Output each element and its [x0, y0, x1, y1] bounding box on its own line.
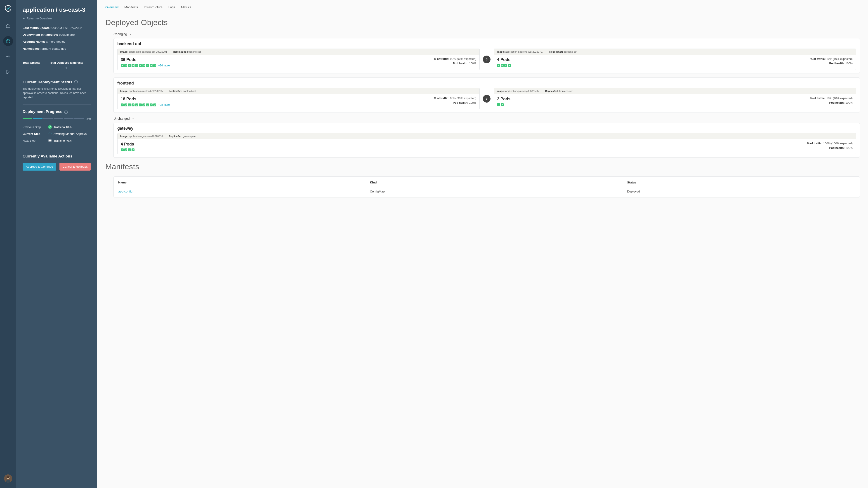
- pending-icon: [48, 139, 52, 142]
- table-row: app-config ConfigMap Deployed: [114, 187, 860, 196]
- app-logo-icon: [4, 4, 12, 13]
- tab-manifests[interactable]: Manifests: [124, 5, 138, 9]
- pod-box-new: Image: application-gateway-20220707 Repl…: [494, 88, 856, 109]
- info-icon[interactable]: i: [64, 110, 68, 113]
- svg-point-9: [49, 134, 49, 134]
- unchanged-group-toggle[interactable]: Unchanged: [105, 117, 860, 121]
- step-previous: Previous Step Traffic to 10%: [23, 124, 91, 130]
- pod-check-icon: [131, 64, 134, 67]
- status-title: Current Deployment Status i: [23, 80, 91, 85]
- pod-check-icon: [124, 64, 127, 67]
- tab-bar: Overview Manifests Infrastructure Logs M…: [97, 0, 868, 12]
- progress-bar: (2/6): [23, 117, 91, 120]
- pod-check-icon: [131, 149, 134, 151]
- more-pods-link[interactable]: +28 more: [158, 103, 170, 106]
- svg-point-3: [50, 132, 51, 133]
- svg-point-4: [51, 133, 51, 133]
- pod-check-icon: [153, 103, 156, 106]
- svg-point-7: [50, 135, 50, 135]
- nav-deployments-icon[interactable]: [3, 36, 13, 46]
- pod-check-icon: [143, 64, 145, 67]
- object-card-backend: backend-api Image: application-backend-a…: [114, 38, 860, 73]
- approve-button[interactable]: Approve & Continue: [23, 163, 56, 170]
- pod-check-icon: [128, 103, 131, 106]
- changing-group-toggle[interactable]: Changing: [105, 32, 860, 36]
- tab-overview[interactable]: Overview: [105, 5, 119, 9]
- pod-box-new: Image: application-backend-api-20220707 …: [494, 48, 856, 70]
- chevron-down-icon: [129, 33, 132, 35]
- pod-check-icon: [121, 64, 124, 67]
- pod-check-icon: [153, 64, 156, 67]
- tab-metrics[interactable]: Metrics: [181, 5, 191, 9]
- pod-check-icon: [121, 149, 124, 151]
- cancel-button[interactable]: Cancel & Rollback: [59, 163, 91, 170]
- pod-check-icon: [497, 103, 500, 106]
- pod-box-old: Image: application-frontend-20220705 Rep…: [117, 88, 480, 109]
- pod-check-icon: [128, 64, 131, 67]
- svg-point-8: [49, 135, 49, 135]
- pod-check-icon: [139, 103, 142, 106]
- pod-check-icon: [143, 103, 145, 106]
- pod-check-icon: [146, 64, 149, 67]
- pod-box: Image: application-gateway-20220518 Repl…: [117, 133, 856, 154]
- user-avatar[interactable]: [4, 475, 12, 483]
- deployed-objects-heading: Deployed Objects: [105, 18, 860, 27]
- pod-check-icon: [501, 64, 504, 67]
- step-next: Next Step Traffic to 40%: [23, 137, 91, 144]
- pod-check-icon: [128, 149, 131, 151]
- pod-check-icon: [508, 64, 511, 67]
- info-icon[interactable]: i: [74, 80, 78, 84]
- pod-check-icon: [121, 103, 124, 106]
- pod-box-old: Image: application-backend-api-20220701 …: [117, 48, 480, 70]
- step-current: Current Step Awaiting Manual Approval: [23, 130, 91, 137]
- meta-initiated-by: Deployment initiated by:pauldipietro: [23, 33, 91, 37]
- meta-namespace: Namespace:armory-cdaas-dev: [23, 47, 91, 51]
- nav-settings-icon[interactable]: [3, 52, 13, 61]
- chevron-down-icon: [132, 117, 135, 120]
- pod-check-icon: [131, 103, 134, 106]
- pod-check-icon: [150, 103, 153, 106]
- page-title: application / us-east-3: [23, 6, 91, 13]
- pod-check-icon: [139, 64, 142, 67]
- pod-check-icon: [146, 103, 149, 106]
- manifests-heading: Manifests: [105, 162, 860, 171]
- nav-home-icon[interactable]: [3, 21, 13, 31]
- manifests-table: Name Kind Status app-config ConfigMap De…: [114, 176, 860, 197]
- svg-point-5: [51, 133, 52, 134]
- pod-check-icon: [504, 64, 507, 67]
- pod-check-icon: [124, 103, 127, 106]
- totals: Total Objects 3 Total Deployed Manifests…: [23, 61, 91, 70]
- arrow-right-icon[interactable]: [483, 95, 491, 103]
- more-pods-link[interactable]: +26 more: [158, 64, 170, 67]
- svg-point-0: [7, 56, 9, 57]
- nav-logout-icon[interactable]: [3, 67, 13, 77]
- tab-logs[interactable]: Logs: [168, 5, 175, 9]
- object-card-frontend: frontend Image: application-frontend-202…: [114, 77, 860, 113]
- return-link[interactable]: Return to Overview: [23, 17, 52, 20]
- manifest-link[interactable]: app-config: [114, 187, 366, 196]
- status-desc: The deployment is currently awaiting a m…: [23, 87, 91, 99]
- meta-last-update: Last status update:9:35AM EST, 7/7/2022: [23, 26, 91, 30]
- progress-title: Deployment Progress i: [23, 109, 91, 114]
- arrow-right-icon[interactable]: [483, 56, 491, 63]
- actions-title: Currently Available Actions: [23, 154, 91, 159]
- check-icon: [48, 125, 52, 129]
- nav-rail: [0, 0, 16, 488]
- pod-check-icon: [497, 64, 500, 67]
- object-card-gateway: gateway Image: application-gateway-20220…: [114, 123, 860, 158]
- svg-point-10: [49, 133, 49, 133]
- pod-check-icon: [501, 103, 504, 106]
- details-sidebar: application / us-east-3 Return to Overvi…: [16, 0, 97, 488]
- spinner-icon: [48, 132, 52, 135]
- pod-check-icon: [124, 149, 127, 151]
- meta-account: Account Name:armory-deploy: [23, 40, 91, 44]
- pod-check-icon: [135, 64, 138, 67]
- svg-point-6: [51, 135, 51, 135]
- tab-infrastructure[interactable]: Infrastructure: [144, 5, 162, 9]
- svg-rect-11: [49, 140, 51, 141]
- pod-check-icon: [135, 103, 138, 106]
- pod-check-icon: [150, 64, 153, 67]
- main-panel: Overview Manifests Infrastructure Logs M…: [97, 0, 868, 488]
